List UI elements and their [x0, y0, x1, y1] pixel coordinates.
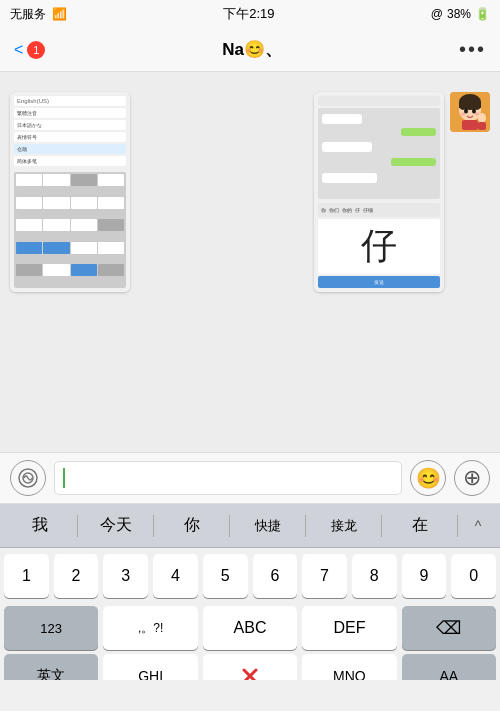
- plus-icon: ⊕: [463, 467, 481, 489]
- signal-label: 无服务: [10, 6, 46, 23]
- nav-bar: < 1 Na😊、 •••: [0, 28, 500, 72]
- delete-key[interactable]: ⌫: [402, 606, 496, 650]
- svg-point-6: [464, 109, 468, 114]
- more-button[interactable]: •••: [459, 38, 486, 61]
- battery-icon: 🔋: [475, 7, 490, 21]
- status-bar: 无服务 📶 下午2:19 @ 38% 🔋: [0, 0, 500, 28]
- key-abc[interactable]: ABC: [203, 606, 297, 650]
- location-icon: @: [431, 7, 443, 21]
- partial-key-1[interactable]: GHI: [103, 654, 197, 680]
- key-123[interactable]: 123: [4, 606, 98, 650]
- text-cursor: [63, 468, 65, 488]
- suggestion-item-2[interactable]: 你: [158, 510, 225, 542]
- add-button[interactable]: ⊕: [454, 460, 490, 496]
- suggestion-divider-0: [77, 515, 78, 537]
- suggestion-divider-1: [153, 515, 154, 537]
- emoji-button[interactable]: 😊: [410, 460, 446, 496]
- suggestion-bar: 我 今天 你 快捷 接龙 在 ^: [0, 504, 500, 548]
- message-input[interactable]: [54, 461, 402, 495]
- suggestion-item-3[interactable]: 快捷: [234, 510, 301, 542]
- suggestion-divider-3: [305, 515, 306, 537]
- battery-label: 38%: [447, 7, 471, 21]
- svg-rect-12: [462, 120, 478, 130]
- chat-title: Na😊、: [222, 38, 282, 61]
- key-5[interactable]: 5: [203, 554, 248, 598]
- screenshot-thumbnail-left: English(US) 繁體注音 日本語かな 表情符号 仓颉 简体多笔: [10, 92, 130, 292]
- keyboard-partial-row: 英文 GHI MNO AA: [0, 650, 500, 680]
- suggestion-divider-4: [381, 515, 382, 537]
- key-7[interactable]: 7: [302, 554, 347, 598]
- svg-point-5: [473, 100, 481, 110]
- svg-point-7: [472, 109, 476, 114]
- partial-key-2[interactable]: [203, 654, 297, 680]
- svg-point-8: [461, 113, 466, 116]
- key-0[interactable]: 0: [451, 554, 496, 598]
- voice-button[interactable]: [10, 460, 46, 496]
- partial-key-0[interactable]: 英文: [4, 654, 98, 680]
- key-6[interactable]: 6: [253, 554, 298, 598]
- svg-point-10: [478, 113, 486, 123]
- keyboard-row-2: 123 ,。?! ABC DEF ⌫: [4, 606, 496, 650]
- keyboard-main: 1 2 3 4 5 6 7 8 9 0 123 ,。?! ABC DEF ⌫: [0, 548, 500, 650]
- suggestion-item-0[interactable]: 我: [6, 510, 73, 542]
- key-punct[interactable]: ,。?!: [103, 606, 197, 650]
- status-left: 无服务 📶: [10, 6, 67, 23]
- key-2[interactable]: 2: [54, 554, 99, 598]
- key-3[interactable]: 3: [103, 554, 148, 598]
- svg-point-4: [459, 100, 467, 110]
- back-button[interactable]: < 1: [14, 41, 45, 59]
- emoji-icon: 😊: [416, 466, 441, 490]
- chat-message-left: English(US) 繁體注音 日本語かな 表情符号 仓颉 简体多笔: [10, 92, 130, 292]
- chat-area: English(US) 繁體注音 日本語かな 表情符号 仓颉 简体多笔: [0, 72, 500, 452]
- unread-badge: 1: [27, 41, 45, 59]
- key-def[interactable]: DEF: [302, 606, 396, 650]
- chevron-left-icon: <: [14, 41, 23, 59]
- key-9[interactable]: 9: [402, 554, 447, 598]
- status-right: @ 38% 🔋: [431, 7, 490, 21]
- input-bar: 😊 ⊕: [0, 452, 500, 504]
- screenshot-thumbnail-right: 你你们你的仔仔细 仔 发送: [314, 92, 444, 292]
- svg-rect-11: [478, 122, 486, 130]
- keyboard-row-1: 1 2 3 4 5 6 7 8 9 0: [4, 554, 496, 598]
- suggestion-divider-2: [229, 515, 230, 537]
- suggestion-item-5[interactable]: 在: [386, 510, 453, 542]
- chat-message-right: 你你们你的仔仔细 仔 发送: [314, 92, 490, 292]
- svg-point-9: [475, 113, 480, 116]
- key-8[interactable]: 8: [352, 554, 397, 598]
- suggestion-item-4[interactable]: 接龙: [310, 510, 377, 542]
- partial-key-4[interactable]: AA: [402, 654, 496, 680]
- status-time: 下午2:19: [223, 5, 274, 23]
- suggestion-expand-button[interactable]: ^: [462, 510, 494, 542]
- suggestion-divider-5: [457, 515, 458, 537]
- key-4[interactable]: 4: [153, 554, 198, 598]
- wifi-icon: 📶: [52, 7, 67, 21]
- key-1[interactable]: 1: [4, 554, 49, 598]
- partial-key-3[interactable]: MNO: [302, 654, 396, 680]
- avatar: [450, 92, 490, 132]
- suggestion-item-1[interactable]: 今天: [82, 510, 149, 542]
